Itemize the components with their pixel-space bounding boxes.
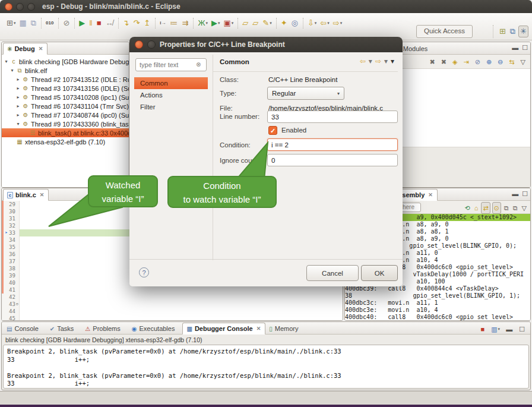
display-console-icon[interactable]: ▥ ▾: [490, 324, 501, 335]
disassembly-line[interactable]: 38 gpio_set_level(BLINK_GPIO, 1);: [345, 292, 530, 299]
step-into-icon[interactable]: ↴: [122, 18, 131, 29]
remove-icon[interactable]: ✖: [429, 56, 436, 67]
editor-gutter[interactable]: 42: [2, 294, 20, 301]
editor-gutter[interactable]: 29: [2, 201, 20, 208]
cpp-perspective-icon[interactable]: ⧉: [509, 26, 517, 37]
view-menu-icon[interactable]: ▽: [521, 203, 528, 213]
back-icon[interactable]: ⇦ ▾: [319, 18, 330, 29]
debug-tree-gdb[interactable]: ▦ xtensa-esp32-elf-gdb (7.10): [2, 137, 129, 146]
terminate-icon[interactable]: ■: [96, 18, 103, 29]
editor-gutter[interactable]: 37: [2, 258, 20, 265]
code-line[interactable]: 42: [2, 294, 343, 301]
open-resource-icon[interactable]: ▱: [251, 18, 260, 29]
debug-tree-thread[interactable]: ▾ ⚙ Thread #9 1073433360 (blink_task: [2, 119, 129, 128]
debug-tree-thread[interactable]: ▸ ⚙ Thread #6 1073431104 (Tmr Svc) (S: [2, 102, 129, 111]
remove-all-icon[interactable]: ✖: [440, 56, 448, 67]
view-menu-icon[interactable]: ▾: [391, 57, 394, 65]
breakpoint-icon[interactable]: [4, 265, 9, 272]
ok-button[interactable]: OK: [361, 265, 398, 281]
minimize-icon[interactable]: ▬: [505, 324, 514, 335]
tab-tasks[interactable]: ✔ Tasks: [46, 323, 82, 334]
tree-expander-icon[interactable]: ▸: [15, 103, 21, 109]
breakpoint-icon[interactable]: [4, 222, 9, 229]
editor-gutter[interactable]: 34: [2, 236, 20, 244]
view-menu-icon[interactable]: ▽: [520, 56, 527, 67]
refresh-view-icon[interactable]: ⟲: [464, 203, 471, 213]
resume-icon[interactable]: ▶: [78, 18, 87, 29]
debug-tree-stack-frame[interactable]: ☰ blink_task() at blink.c:33 0x400db: [2, 128, 129, 137]
cancel-button[interactable]: Cancel: [306, 265, 359, 281]
breakpoint-icon[interactable]: [4, 201, 9, 208]
editor-gutter[interactable]: 44: [2, 308, 20, 315]
save-all-icon[interactable]: ⧉: [30, 18, 38, 29]
disassembly-line[interactable]: 400dbc40: call8 0x400dc6c0 <gpio_set_lev…: [345, 314, 530, 320]
forward-icon[interactable]: ⇨ ▾: [332, 18, 343, 29]
tab-problems[interactable]: ⚠ Problems: [81, 323, 128, 334]
run-icon[interactable]: ▶ ▾: [210, 18, 221, 29]
show-source-icon[interactable]: ⊙: [492, 202, 501, 214]
import-icon[interactable]: ⇥: [462, 56, 470, 67]
tree-expander-icon[interactable]: ▾: [15, 121, 21, 127]
tree-expander-icon[interactable]: ▾: [3, 59, 10, 64]
dialog-nav-item[interactable]: Filter: [134, 101, 208, 113]
line-number-input[interactable]: [267, 111, 398, 123]
tree-expander-icon[interactable]: ▸: [15, 86, 21, 91]
debug-tree-session[interactable]: ▾ c blink checking [GDB Hardware Debug: [2, 57, 129, 66]
close-icon[interactable]: ✕: [428, 192, 433, 198]
disassembly-line[interactable]: 400dbc3e: movi.n a10, 4: [345, 307, 530, 314]
tab-debugger-console[interactable]: ▥ Debugger Console ✕: [182, 323, 265, 335]
debug-tree-thread[interactable]: ▸ ⚙ Thread #7 1073408744 (ipc0) (Susp: [2, 111, 129, 119]
editor-gutter[interactable]: 35: [2, 244, 20, 251]
forward-icon[interactable]: ⇨: [375, 57, 381, 65]
open-perspective-icon[interactable]: ⊞: [498, 26, 507, 37]
editor-gutter[interactable]: ➤ 33: [2, 229, 20, 236]
back-icon[interactable]: ⇦: [360, 57, 366, 65]
open-folder-icon[interactable]: ▱: [241, 18, 250, 29]
pointer-mode-icon[interactable]: ⊘: [474, 56, 482, 67]
instruction-stepping-icon[interactable]: i→: [159, 18, 167, 29]
dialog-nav-item[interactable]: Actions: [134, 89, 208, 101]
debug-tree-thread[interactable]: ▸ ⚙ Thread #3 1073413156 (IDLE) (Susp: [2, 84, 129, 93]
breakpoint-icon[interactable]: [4, 258, 9, 265]
forward-menu-icon[interactable]: ▾: [384, 57, 388, 65]
tab-blink-c[interactable]: c blink.c ✕: [3, 189, 49, 201]
editor-gutter[interactable]: 38: [2, 265, 20, 272]
search-icon[interactable]: ✦: [280, 18, 289, 29]
back-menu-icon[interactable]: ▾: [369, 57, 372, 65]
window-close-icon[interactable]: [5, 3, 12, 11]
tree-expander-icon[interactable]: ▸: [15, 94, 21, 100]
open-new-view-icon[interactable]: ⧉: [503, 203, 510, 213]
binary-file-icon[interactable]: 010: [45, 18, 55, 29]
refresh-icon[interactable]: ⇆: [508, 56, 515, 67]
minimize-icon[interactable]: ▬: [512, 44, 518, 52]
close-icon[interactable]: ✕: [256, 326, 261, 332]
breakpoint-icon[interactable]: ➤: [4, 229, 9, 236]
save-icon[interactable]: ▦: [18, 18, 28, 29]
debug-tree-thread[interactable]: ▸ ⚙ Thread #2 1073413512 (IDLE : Runn: [2, 75, 129, 84]
breakpoint-icon[interactable]: [4, 286, 9, 294]
maximize-icon[interactable]: ☐: [522, 190, 528, 198]
code-line[interactable]: 43 ⊖ void app_main(): [2, 301, 343, 308]
tab-executables[interactable]: ◉ Executables: [128, 323, 183, 334]
close-icon[interactable]: ✕: [39, 46, 43, 52]
use-step-filters-icon[interactable]: ⇉: [180, 18, 190, 29]
window-maximize-icon[interactable]: [27, 3, 35, 11]
editor-gutter[interactable]: 32: [2, 222, 20, 229]
drop-to-frame-icon[interactable]: ≔: [169, 18, 179, 29]
help-icon[interactable]: ?: [139, 267, 149, 277]
debug-tree-thread[interactable]: ▸ ⚙ Thread #5 1073410208 (ipc1) (Susp: [2, 93, 129, 102]
breakpoint-icon[interactable]: [4, 208, 9, 215]
breakpoint-icon[interactable]: [4, 308, 9, 315]
step-return-icon[interactable]: ↥: [142, 18, 152, 29]
breakpoint-icon[interactable]: [4, 215, 9, 222]
console-output[interactable]: Breakpoint 2, blink_task (pvParameter=0x…: [3, 345, 529, 389]
debug-tree-target[interactable]: ▾ ⧉ blink.elf: [2, 66, 129, 75]
tree-expander-icon[interactable]: ▾: [9, 68, 15, 73]
code-line[interactable]: 41 }: [2, 286, 343, 294]
clear-filter-icon[interactable]: ⊗: [196, 61, 201, 68]
debug-perspective-icon[interactable]: ✳: [518, 26, 528, 37]
editor-gutter[interactable]: 45: [2, 315, 20, 320]
ignore-count-input[interactable]: [267, 154, 398, 166]
breakpoint-icon[interactable]: [4, 294, 9, 301]
breakpoint-icon[interactable]: [4, 315, 9, 320]
